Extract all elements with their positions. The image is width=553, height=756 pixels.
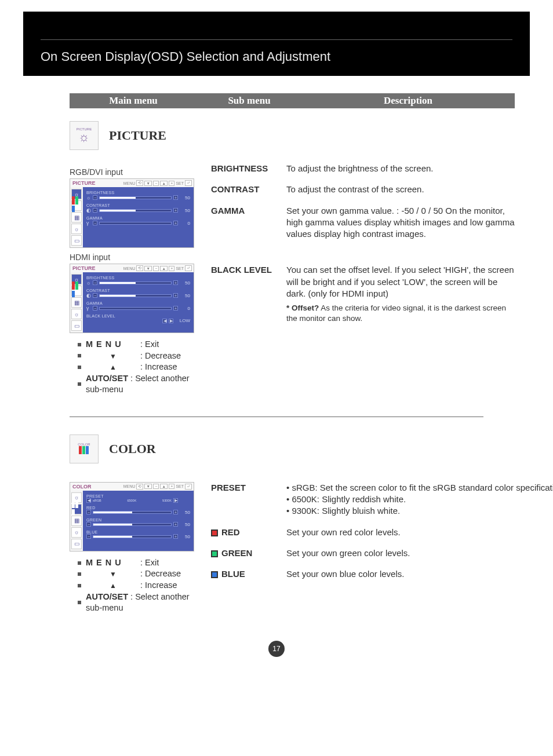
down-icon: ▼ xyxy=(144,181,152,186)
preset-desc: • sRGB: Set the screen color to fit the … xyxy=(286,482,553,517)
col-desc: Description xyxy=(301,95,515,107)
menu-exit-icon: ⟲ xyxy=(136,180,143,186)
picture-icon: PICTURE ☼ xyxy=(70,121,99,150)
gamma-label: GAMMA xyxy=(211,205,286,240)
osd-picture-rgb: PICTURE MENU⟲ ▼− ▲+ SET⤶ ☼ ▦ ☼ ▭ xyxy=(70,178,194,248)
section-divider xyxy=(70,417,483,417)
green-label: GREEN xyxy=(211,547,286,559)
side-color-icon xyxy=(71,200,82,211)
osd-picture-hdmi: PICTURE MENU⟲ ▼− ▲+ SET⤶ ☼ ▦ ☼ ▭ xyxy=(70,264,194,333)
green-desc: Set your own green color levels. xyxy=(286,547,553,559)
page-number: 17 xyxy=(268,641,285,657)
red-label: RED xyxy=(211,527,286,538)
red-desc: Set your own red color levels. xyxy=(286,527,553,538)
col-sub: Sub menu xyxy=(197,95,301,107)
up-arrow-icon: ▲ xyxy=(86,363,140,372)
contrast-label: CONTRAST xyxy=(211,184,286,195)
plus-icon: + xyxy=(169,181,174,186)
blue-label: BLUE xyxy=(211,568,286,580)
side-setup-icon: ☼ xyxy=(71,224,82,234)
blacklevel-desc: You can set the offset level. If you sel… xyxy=(286,264,515,300)
color-heading: COLOR xyxy=(109,441,156,456)
sun-icon: ☼ xyxy=(78,131,90,144)
blue-desc: Set your own blue color levels. xyxy=(286,568,553,580)
page-title: On Screen Display(OSD) Selection and Adj… xyxy=(41,49,330,64)
rgb-label: RGB/DVI input xyxy=(70,167,203,177)
picture-heading: PICTURE xyxy=(109,128,166,143)
offset-note: * Offset? As the criteria for video sign… xyxy=(286,303,515,324)
brightness-desc: To adjust the brightness of the screen. xyxy=(286,163,515,174)
color-bars-icon xyxy=(79,446,89,455)
brightness-label: BRIGHTNESS xyxy=(211,163,286,174)
column-header: Main menu Sub menu Description xyxy=(70,93,515,108)
preset-label: PRESET xyxy=(211,482,286,517)
blacklevel-label: BLACK LEVEL xyxy=(211,264,286,324)
hdmi-label: HDMI input xyxy=(70,253,203,262)
blue-swatch-icon xyxy=(211,571,218,578)
minus-icon: − xyxy=(153,181,159,186)
up-icon: ▲ xyxy=(160,181,168,186)
red-swatch-icon xyxy=(211,529,218,536)
gamma-desc: Set your own gamma value. : -50 / 0 / 50… xyxy=(286,205,515,240)
button-legend-2: M E N U: Exit ▼: Decrease ▲: Increase AU… xyxy=(78,557,203,614)
side-tracking-icon: ▦ xyxy=(71,212,82,222)
green-swatch-icon xyxy=(211,550,218,557)
color-icon: COLOR xyxy=(70,434,99,463)
manual-page: On Screen Display(OSD) Selection and Adj… xyxy=(0,0,553,680)
side-other-icon: ▭ xyxy=(71,235,82,246)
down-arrow-icon: ▼ xyxy=(86,352,140,361)
button-legend: M E N U: Exit ▼: Decrease ▲: Increase AU… xyxy=(78,339,203,396)
osd-color: COLOR MENU⟲ ▼− ▲+ SET⤶ ☼ ▦ ☼ ▭ xyxy=(70,482,194,552)
col-main: Main menu xyxy=(70,95,197,107)
contrast-desc: To adjust the contrast of the screen. xyxy=(286,184,515,195)
set-icon: ⤶ xyxy=(185,180,192,186)
page-header: On Screen Display(OSD) Selection and Adj… xyxy=(23,12,530,76)
